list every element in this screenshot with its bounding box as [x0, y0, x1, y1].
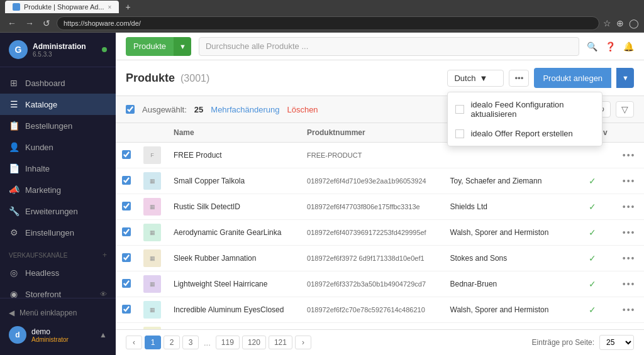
page-3-button[interactable]: 3 — [182, 336, 199, 349]
app-layout: G Administration 6.5.3.3 ⊞ Dashboard ☰ K… — [0, 33, 644, 355]
user-avatar: d — [9, 326, 26, 344]
product-type-dropdown-arrow[interactable]: ▼ — [174, 37, 191, 56]
row-checkbox[interactable] — [122, 176, 131, 185]
prev-page-button[interactable]: ‹ — [126, 336, 142, 349]
page-2-button[interactable]: 2 — [164, 336, 180, 349]
reload-button[interactable]: ↺ — [40, 17, 53, 30]
row-checkbox[interactable] — [122, 305, 131, 314]
context-dropdown-menu: idealo Feed Konfiguration aktualisieren … — [447, 92, 602, 146]
collapse-menu-button[interactable]: ◀ Menü einklappen — [9, 305, 107, 321]
help-icon[interactable]: ❓ — [605, 41, 616, 52]
more-options-button[interactable]: ••• — [509, 70, 529, 87]
row-checkbox[interactable] — [122, 227, 131, 236]
sidebar-item-headless[interactable]: ◎ Headless — [0, 262, 116, 283]
browser-tab[interactable]: Produkte | Shopware Ad... × — [5, 1, 119, 13]
dropdown-item-checkbox — [455, 105, 464, 114]
sidebar-label-kunden: Kunden — [25, 143, 53, 152]
page-121-button[interactable]: 121 — [269, 336, 292, 349]
row-checkbox[interactable] — [122, 150, 131, 159]
dropdown-item-label: idealo Feed Konfiguration aktualisieren — [470, 100, 594, 119]
logo-text-block: Administration 6.5.3.3 — [33, 42, 86, 58]
active-check-icon: ✓ — [589, 227, 596, 238]
sidebar-item-inhalte[interactable]: 📄 Inhalte — [0, 158, 116, 179]
bestellungen-icon: 📋 — [9, 121, 19, 131]
address-bar[interactable]: https://shopware.com/de/ — [57, 16, 599, 30]
page-title: Produkte (3001) — [126, 72, 209, 84]
row-thumb-cell: ▦ — [137, 323, 167, 330]
sidebar-item-einstellungen[interactable]: ⚙ Einstellungen — [0, 222, 116, 243]
product-thumbnail: ▦ — [143, 249, 161, 267]
row-thumb-cell: ▦ — [137, 246, 167, 271]
col-name[interactable]: Name — [167, 123, 301, 143]
page-119-button[interactable]: 119 — [216, 336, 240, 349]
sidebar-item-dashboard[interactable]: ⊞ Dashboard — [0, 72, 116, 94]
row-number: 018972ef6f4073969172253fd429995ef — [301, 220, 443, 246]
page-120-button[interactable]: 120 — [242, 336, 266, 349]
row-checkbox-cell — [116, 168, 137, 194]
page-title-block: Produkte (3001) — [126, 72, 209, 85]
user-menu-chevron-icon[interactable]: ▲ — [99, 330, 107, 339]
extension-icon[interactable]: ⊕ — [616, 18, 624, 28]
search-icon[interactable]: 🔍 — [587, 41, 597, 52]
language-value: Dutch — [454, 74, 475, 83]
sidebar-item-marketing[interactable]: 📣 Marketing — [0, 179, 116, 200]
row-actions-button[interactable]: ••• — [623, 176, 636, 186]
product-thumbnail: ▦ — [143, 301, 161, 319]
add-product-button[interactable]: Produkt anlegen — [534, 68, 611, 88]
add-product-dropdown-arrow[interactable]: ▼ — [616, 68, 634, 88]
row-checkbox[interactable] — [122, 253, 131, 262]
sidebar-item-bestellungen[interactable]: 📋 Bestellungen — [0, 115, 116, 136]
url-text: https://shopware.com/de/ — [64, 19, 141, 27]
row-actions-button[interactable]: ••• — [623, 227, 636, 238]
row-actions-button[interactable]: ••• — [623, 150, 636, 160]
row-manufacturer: Stokes and Sons — [444, 246, 583, 271]
row-actions-button[interactable]: ••• — [623, 305, 636, 315]
page-1-button[interactable]: 1 — [145, 336, 161, 349]
new-tab-button[interactable]: + — [123, 2, 133, 12]
products-table: Name Produktnummer Hersteller Aktiv F — [116, 123, 644, 329]
next-page-button[interactable]: › — [295, 336, 311, 349]
notifications-icon[interactable]: 🔔 — [623, 41, 634, 52]
col-number[interactable]: Produktnummer — [301, 123, 443, 143]
row-actions-button[interactable]: ••• — [623, 202, 636, 212]
sidebar-item-kataloge[interactable]: ☰ Kataloge — [0, 94, 116, 115]
row-manufacturer: Walsh, Sporer and Hermiston — [444, 220, 583, 246]
page-ellipsis: ... — [201, 338, 213, 347]
dropdown-item-idealo-feed[interactable]: idealo Feed Konfiguration aktualisieren — [448, 95, 602, 124]
select-all-checkbox[interactable] — [126, 105, 135, 114]
global-search-bar[interactable]: Durchsuche alle Produkte ... — [199, 37, 579, 56]
back-button[interactable]: ← — [5, 17, 19, 30]
forward-button[interactable]: → — [23, 17, 36, 30]
sidebar-label-kataloge: Kataloge — [25, 100, 57, 109]
row-actions-button[interactable]: ••• — [623, 279, 636, 289]
address-bar-row: ← → ↺ https://shopware.com/de/ ☆ ⊕ ◯ — [0, 14, 644, 33]
row-actions: ••• — [616, 194, 644, 220]
bulk-change-link[interactable]: Mehrfachänderung — [211, 105, 279, 114]
row-manufacturer: Bednar-Bruen — [444, 271, 583, 297]
row-actions-button[interactable]: ••• — [623, 253, 636, 263]
row-actions: ••• — [616, 220, 644, 246]
filter-button[interactable]: ▽ — [616, 101, 634, 117]
bookmark-icon[interactable]: ☆ — [603, 18, 611, 28]
add-sales-channel-icon[interactable]: + — [103, 251, 107, 259]
delete-link[interactable]: Löschen — [287, 105, 318, 114]
sidebar-item-erweiterungen[interactable]: 🔧 Erweiterungen — [0, 200, 116, 222]
sidebar-item-kunden[interactable]: 👤 Kunden — [0, 136, 116, 158]
sidebar-item-storefront[interactable]: ◉ Storefront 👁 — [0, 283, 116, 298]
sidebar-label-einstellungen: Einstellungen — [25, 228, 74, 238]
product-type-button[interactable]: Produkte — [126, 37, 174, 56]
account-icon[interactable]: ◯ — [629, 18, 639, 28]
dropdown-item-idealo-report[interactable]: idealo Offer Report erstellen — [448, 124, 602, 143]
list-header: Produkte (3001) Dutch ▼ ••• — [116, 60, 644, 96]
col-checkbox — [116, 123, 137, 143]
language-dropdown-icon: ▼ — [479, 74, 487, 83]
row-checkbox-cell — [116, 246, 137, 271]
per-page-select[interactable]: 25 50 100 — [599, 335, 634, 350]
active-check-icon: ✓ — [589, 305, 596, 315]
row-actions: ••• — [616, 297, 644, 323]
language-selector[interactable]: Dutch ▼ — [447, 70, 504, 87]
user-info: d demo Administrator ▲ — [9, 321, 107, 349]
row-checkbox[interactable] — [122, 202, 131, 210]
tab-close-icon[interactable]: × — [108, 4, 112, 11]
row-checkbox[interactable] — [122, 279, 131, 288]
